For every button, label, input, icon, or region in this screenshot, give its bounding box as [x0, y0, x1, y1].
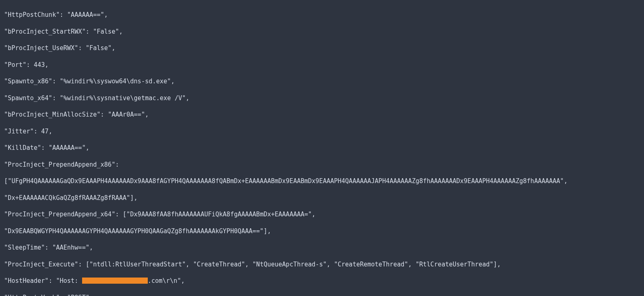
value: "False"	[86, 44, 112, 52]
value: "AAAAAA=="	[67, 11, 104, 18]
config-line: "ProcInject_PrependAppend_x64": ["Dx9AAA…	[4, 210, 640, 218]
config-line: "SleepTime": "AAEnhw==",	[4, 243, 640, 252]
value: 443	[34, 61, 45, 69]
config-line: "Port": 443,	[4, 61, 640, 69]
key: "HttpPost_Verb"	[4, 294, 60, 296]
config-line: "KillDate": "AAAAAA==",	[4, 144, 640, 152]
value: "AAAr0A=="	[108, 111, 145, 118]
config-line: "bProcInject_MinAllocSize": "AAAr0A==",	[4, 110, 640, 119]
key: "bProcInject_UseRWX"	[4, 44, 78, 52]
key: "ProcInject_PrependAppend_x64"	[4, 211, 115, 218]
key: "HttpPostChunk"	[4, 11, 60, 18]
value: "Dx9EAABQWGYPH4QAAAAAAGYPH4QAAAAAAGYPH0Q…	[4, 227, 271, 235]
key: "Port"	[4, 61, 26, 69]
key: "ProcInject_Execute"	[4, 261, 78, 268]
value: ["UFgPH4QAAAAAAGaQDx9EAAAPH4AAAAAADx9AAA…	[4, 177, 568, 185]
key: "Spawnto_x86"	[4, 78, 52, 85]
config-line: "ProcInject_PrependAppend_x86":	[4, 161, 640, 169]
value: ["Dx9AAA8fAA8fhAAAAAAAUFiQkA8fgAAAAABmDx…	[123, 211, 316, 218]
value: "False"	[93, 28, 119, 35]
code-block: "HttpPostChunk": "AAAAAA==", "bProcInjec…	[0, 0, 644, 296]
value: ["ntdll:RtlUserThreadStart", "CreateThre…	[86, 261, 501, 268]
value: "POST"	[67, 294, 89, 296]
value: "%windir%\syswow64\dns-sd.exe"	[60, 78, 171, 85]
key: "bProcInject_StartRWX"	[4, 28, 86, 35]
value-prefix: "Host:	[56, 277, 82, 285]
value: 47	[41, 128, 48, 135]
key: "Spawnto_x64"	[4, 94, 52, 102]
key: "KillDate"	[4, 144, 41, 151]
key: "ProcInject_PrependAppend_x86"	[4, 161, 115, 168]
config-line: "ProcInject_Execute": ["ntdll:RtlUserThr…	[4, 260, 640, 268]
key: "SleepTime"	[4, 244, 45, 251]
redaction-block	[82, 278, 148, 284]
config-line: "HttpPost_Verb": "POST",	[4, 294, 640, 296]
value: "Dx+EAAAAAACQkGaQZg8fRAAAZg8fRAAA"],	[4, 194, 138, 202]
value: "AAAAAA=="	[48, 144, 85, 151]
config-line: "bProcInject_StartRWX": "False",	[4, 28, 640, 36]
key: "Jitter"	[4, 128, 34, 135]
config-line: "HttpPostChunk": "AAAAAA==",	[4, 11, 640, 19]
config-line: "HostHeader": "Host: .com\r\n",	[4, 277, 640, 285]
value: "AAEnhw=="	[52, 244, 89, 251]
config-line: "Spawnto_x64": "%windir%\sysnative\getma…	[4, 94, 640, 102]
config-line: "bProcInject_UseRWX": "False",	[4, 44, 640, 52]
config-line: ["UFgPH4QAAAAAAGaQDx9EAAAPH4AAAAAADx9AAA…	[4, 177, 640, 185]
key: "HostHeader"	[4, 277, 48, 285]
value-suffix: .com\r\n",	[148, 277, 185, 285]
config-line: "Dx9EAABQWGYPH4QAAAAAAGYPH4QAAAAAAGYPH0Q…	[4, 227, 640, 235]
config-line: "Jitter": 47,	[4, 127, 640, 135]
config-line: "Spawnto_x86": "%windir%\syswow64\dns-sd…	[4, 77, 640, 85]
config-line: "Dx+EAAAAAACQkGaQZg8fRAAAZg8fRAAA"],	[4, 194, 640, 202]
value: "%windir%\sysnative\getmac.exe /V"	[60, 94, 186, 102]
key: "bProcInject_MinAllocSize"	[4, 111, 101, 118]
